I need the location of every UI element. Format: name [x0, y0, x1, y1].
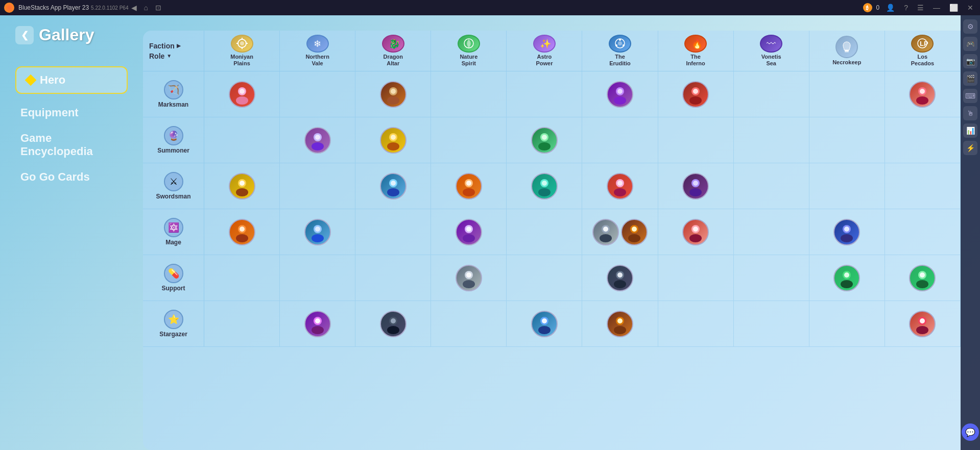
hero-avatar[interactable] [456, 219, 482, 245]
grid-panel: Faction ▶ Role ▼ MoniyanPlains ❄ [143, 31, 961, 450]
faction-col-nature[interactable]: NatureSpirit [431, 31, 507, 71]
svg-point-101 [391, 318, 396, 323]
lospedacos-name: LosPecados [911, 54, 934, 67]
hero-cell-support-nature [431, 255, 507, 301]
svg-point-70 [463, 234, 475, 242]
avatar-btn[interactable]: 👤 [883, 3, 897, 13]
hero-avatar[interactable] [833, 219, 860, 245]
hero-cell-support-dragon [355, 255, 431, 301]
hero-avatar[interactable] [621, 219, 648, 245]
hero-avatar[interactable] [682, 81, 709, 108]
svg-point-92 [844, 272, 849, 278]
faction-col-northern[interactable]: ❄ NorthernVale [280, 31, 355, 71]
role-cell-summoner: 🔮 Summoner [143, 117, 204, 163]
hero-cell-stargazer-astro [507, 301, 582, 346]
hero-cell-stargazer-inferno [658, 301, 734, 346]
svg-point-68 [315, 227, 320, 232]
faction-col-moniyan[interactable]: MoniyanPlains [204, 31, 280, 71]
hero-avatar[interactable] [531, 173, 558, 199]
hero-avatar[interactable] [682, 219, 709, 245]
faction-col-astro[interactable]: ✨ AstroPower [507, 31, 582, 71]
hero-tab-label: Hero [40, 73, 65, 87]
hero-avatar[interactable] [304, 219, 331, 245]
svg-point-104 [542, 318, 547, 323]
svg-point-62 [693, 181, 698, 186]
home-nav-btn[interactable]: ⌂ [141, 3, 151, 13]
hero-avatar[interactable] [607, 311, 633, 337]
hero-avatar[interactable] [229, 219, 255, 245]
hero-avatar[interactable] [229, 81, 255, 108]
hero-avatar[interactable] [682, 173, 709, 199]
nav-game-encyclopedia[interactable]: Game Encyclopedia [15, 126, 128, 164]
hero-cell-marksman-nature [431, 71, 507, 117]
hero-avatar[interactable] [607, 173, 633, 199]
sidebar-icon-1[interactable]: ⚙ [963, 19, 977, 34]
hero-avatar[interactable] [380, 173, 407, 199]
hero-avatar[interactable] [456, 173, 482, 199]
hero-avatar[interactable] [304, 311, 331, 337]
hero-cell-marksman-northern [280, 71, 355, 117]
sidebar-icon-2[interactable]: 🎮 [963, 37, 977, 51]
discord-icon[interactable]: 💬 [962, 423, 979, 441]
back-nav-btn[interactable]: ◀ [129, 3, 139, 13]
hero-avatar[interactable] [456, 265, 482, 291]
marksman-icon: 🏹 [164, 80, 183, 99]
hero-avatar[interactable] [380, 311, 407, 337]
hero-avatar[interactable] [607, 81, 633, 108]
faction-label: Faction [149, 42, 175, 50]
faction-col-necrokeep[interactable]: Necrokeep [809, 31, 885, 71]
nav-go-go-cards[interactable]: Go Go Cards [15, 164, 128, 190]
hero-cell-swordsman-inferno [658, 163, 734, 209]
menu-btn[interactable]: ☰ [915, 3, 926, 13]
hero-avatar[interactable] [909, 265, 936, 291]
app-name: BlueStacks App Player 23 [18, 4, 89, 11]
svg-point-13 [623, 44, 625, 46]
hero-avatar[interactable] [380, 127, 407, 154]
hero-avatar[interactable] [304, 127, 331, 154]
sidebar-icon-8[interactable]: ⚡ [963, 141, 977, 155]
maximize-btn[interactable]: ⬜ [947, 3, 961, 13]
hero-avatar[interactable] [531, 127, 558, 154]
sidebar-icon-3[interactable]: 📷 [963, 54, 977, 68]
faction-col-dragon[interactable]: 🐉 DragonAltar [355, 31, 431, 71]
role-cell-swordsman: ⚔ Swordsman [143, 163, 204, 209]
svg-point-37 [312, 142, 324, 151]
hero-avatar[interactable] [229, 173, 255, 199]
svg-rect-18 [845, 52, 849, 53]
svg-point-56 [542, 181, 547, 186]
sidebar-icon-5[interactable]: ⌨ [963, 89, 977, 103]
row-marksman: 🏹 Marksman [143, 71, 961, 117]
svg-point-91 [841, 280, 853, 288]
hero-avatar[interactable] [833, 265, 860, 291]
nav-equipment[interactable]: Equipment [15, 100, 128, 126]
close-btn[interactable]: ✕ [965, 3, 976, 13]
svg-point-76 [628, 234, 640, 242]
save-nav-btn[interactable]: ⊡ [153, 3, 164, 13]
svg-point-77 [632, 227, 637, 232]
faction-col-vonetis[interactable]: 〰 VonetisSea [734, 31, 809, 71]
faction-col-inferno[interactable]: 🔥 TheInferno [658, 31, 734, 71]
hero-avatar[interactable] [592, 219, 619, 245]
row-summoner: 🔮 Summoner [143, 117, 961, 163]
hero-avatar[interactable] [531, 311, 558, 337]
hero-cell-mage-necrokeep [809, 209, 885, 255]
help-btn[interactable]: ? [901, 3, 911, 13]
hero-avatar[interactable] [607, 265, 633, 291]
minimize-btn[interactable]: — [930, 3, 943, 13]
hero-tab[interactable]: Hero [15, 66, 128, 94]
svg-point-109 [916, 326, 928, 334]
sidebar-icon-4[interactable]: 🎬 [963, 71, 977, 86]
svg-point-40 [387, 142, 399, 151]
svg-point-97 [312, 326, 324, 334]
faction-col-lospedacos[interactable]: LP LosPecados [885, 31, 961, 71]
faction-col-eruditio[interactable]: TheEruditio [582, 31, 658, 71]
faction-filter-btn[interactable]: Faction ▶ [149, 42, 181, 50]
role-filter-btn[interactable]: Role ▼ [149, 52, 172, 60]
hero-avatar[interactable] [909, 311, 936, 337]
sidebar-icon-6[interactable]: 🖱 [963, 106, 977, 120]
svg-point-52 [463, 188, 475, 196]
sidebar-icon-7[interactable]: 📊 [963, 123, 977, 138]
hero-avatar[interactable] [909, 81, 936, 108]
hero-avatar[interactable] [380, 81, 407, 108]
gallery-back-btn[interactable]: ❮ [15, 26, 34, 44]
